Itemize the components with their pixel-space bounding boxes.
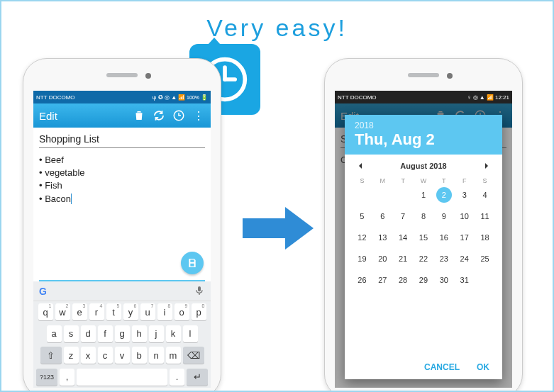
- calendar-day-23[interactable]: 23: [433, 250, 454, 267]
- calendar-day-27[interactable]: 27: [372, 271, 393, 289]
- next-month-button[interactable]: [481, 160, 492, 172]
- more-icon[interactable]: ⋮: [192, 109, 205, 122]
- calendar-day-11[interactable]: 11: [475, 208, 495, 225]
- calendar-day-2[interactable]: 2: [436, 187, 452, 203]
- calendar-day-25[interactable]: 25: [475, 250, 495, 267]
- trash-icon[interactable]: [133, 109, 145, 122]
- calendar-day-20[interactable]: 20: [372, 250, 393, 267]
- date-picker-year[interactable]: 2018: [355, 121, 492, 130]
- calendar-day-12[interactable]: 12: [352, 229, 372, 246]
- calendar-empty-cell: [352, 186, 372, 203]
- space-key[interactable]: [77, 369, 167, 386]
- signal-icons: ψ ✪ ◎ ▲: [153, 94, 177, 101]
- carrier-label: NTT DOCOMO: [338, 94, 377, 101]
- calendar-day-31[interactable]: 31: [454, 271, 475, 289]
- calendar-day-28[interactable]: 28: [393, 271, 414, 289]
- calendar-day-19[interactable]: 19: [352, 250, 372, 267]
- save-button[interactable]: [181, 252, 204, 274]
- calendar-day-26[interactable]: 26: [352, 271, 372, 289]
- appbar-title: Edit: [39, 110, 126, 122]
- google-logo[interactable]: G: [39, 286, 47, 297]
- key-u[interactable]: u7: [140, 303, 155, 320]
- key-f[interactable]: f: [98, 325, 113, 342]
- calendar-day-7[interactable]: 7: [393, 208, 414, 225]
- key-r[interactable]: r4: [89, 303, 104, 320]
- key-d[interactable]: d: [81, 325, 96, 342]
- key-h[interactable]: h: [132, 325, 147, 342]
- enter-key[interactable]: ↵: [187, 369, 208, 386]
- ok-button[interactable]: OK: [477, 362, 489, 372]
- calendar-day-14[interactable]: 14: [393, 229, 414, 246]
- calendar-day-5[interactable]: 5: [352, 208, 372, 225]
- front-camera: [447, 73, 453, 79]
- key-z[interactable]: z: [64, 347, 79, 364]
- key-g[interactable]: g: [115, 325, 130, 342]
- key-y[interactable]: y6: [123, 303, 138, 320]
- wifi-icon: 📶: [178, 94, 185, 101]
- clock-label: 12:21: [495, 94, 509, 101]
- calendar-day-6[interactable]: 6: [372, 208, 393, 225]
- note-title-input[interactable]: Shopping List: [39, 132, 205, 148]
- calendar-day-30[interactable]: 30: [433, 271, 454, 289]
- calendar-day-17[interactable]: 17: [454, 229, 475, 246]
- calendar-row: 567891011: [345, 206, 502, 227]
- calendar-day-3[interactable]: 3: [454, 186, 475, 203]
- calendar-day-8[interactable]: 8: [414, 208, 434, 225]
- calendar-day-29[interactable]: 29: [414, 271, 434, 289]
- numbers-key[interactable]: ?123: [36, 369, 57, 386]
- front-camera: [145, 73, 151, 79]
- key-b[interactable]: b: [132, 347, 147, 364]
- keyboard-suggestion-bar: G: [33, 281, 211, 301]
- calendar-row: 1234: [345, 184, 502, 206]
- calendar-day-4[interactable]: 4: [475, 186, 495, 203]
- key-c[interactable]: c: [98, 347, 113, 364]
- speaker: [408, 73, 439, 77]
- calendar-empty-cell: [475, 271, 495, 289]
- dow-cell: T: [393, 177, 414, 184]
- key-p[interactable]: p0: [192, 303, 206, 320]
- refresh-icon[interactable]: [153, 109, 165, 122]
- shift-key[interactable]: ⇧: [40, 347, 62, 364]
- calendar-day-22[interactable]: 22: [414, 250, 434, 267]
- key-a[interactable]: a: [47, 325, 62, 342]
- key-j[interactable]: j: [149, 325, 164, 342]
- keyboard-row-3: ⇧zxcvbnm⌫: [33, 345, 211, 366]
- phone-right: NTT DOCOMO ♀ ◎ ▲ 📶 12:21 Edit ⋮: [324, 58, 523, 392]
- note-area[interactable]: Shopping List • Beef • vegetable • Fish …: [33, 128, 211, 210]
- calendar-day-18[interactable]: 18: [475, 229, 495, 246]
- calendar-day-15[interactable]: 15: [414, 229, 434, 246]
- key-w[interactable]: w2: [55, 303, 70, 320]
- key-i[interactable]: i8: [157, 303, 172, 320]
- keyboard: G q1w2e3r4t5y6u7i8o9p0 asdfghjkl ⇧zxcvbn…: [33, 281, 211, 388]
- cancel-button[interactable]: CANCEL: [424, 362, 460, 372]
- period-key[interactable]: .: [170, 369, 184, 386]
- backspace-key[interactable]: ⌫: [183, 347, 204, 364]
- key-m[interactable]: m: [166, 347, 181, 364]
- calendar-day-24[interactable]: 24: [454, 250, 475, 267]
- key-l[interactable]: l: [183, 325, 198, 342]
- calendar-day-9[interactable]: 9: [433, 208, 454, 225]
- calendar-day-16[interactable]: 16: [433, 229, 454, 246]
- status-bar: NTT DOCOMO ♀ ◎ ▲ 📶 12:21: [335, 91, 512, 103]
- mic-icon[interactable]: [194, 285, 205, 298]
- key-s[interactable]: s: [64, 325, 79, 342]
- calendar-day-13[interactable]: 13: [372, 229, 393, 246]
- key-e[interactable]: e3: [72, 303, 87, 320]
- date-picker-headline: Thu, Aug 2: [355, 130, 492, 149]
- signal-icons: ♀ ◎ ▲ 📶: [467, 94, 494, 101]
- key-v[interactable]: v: [115, 347, 130, 364]
- comma-key[interactable]: ,: [60, 369, 74, 386]
- key-n[interactable]: n: [149, 347, 164, 364]
- calendar-day-10[interactable]: 10: [454, 208, 475, 225]
- key-q[interactable]: q1: [38, 303, 53, 320]
- key-k[interactable]: k: [166, 325, 181, 342]
- key-o[interactable]: o9: [174, 303, 189, 320]
- keyboard-row-2: asdfghjkl: [33, 323, 211, 345]
- prev-month-button[interactable]: [355, 160, 366, 172]
- key-x[interactable]: x: [81, 347, 96, 364]
- calendar-day-1[interactable]: 1: [414, 186, 434, 203]
- note-body-input[interactable]: • Beef • vegetable • Fish • Bacon: [39, 148, 205, 206]
- key-t[interactable]: t5: [106, 303, 121, 320]
- clock-icon[interactable]: [172, 109, 185, 122]
- calendar-day-21[interactable]: 21: [393, 250, 414, 267]
